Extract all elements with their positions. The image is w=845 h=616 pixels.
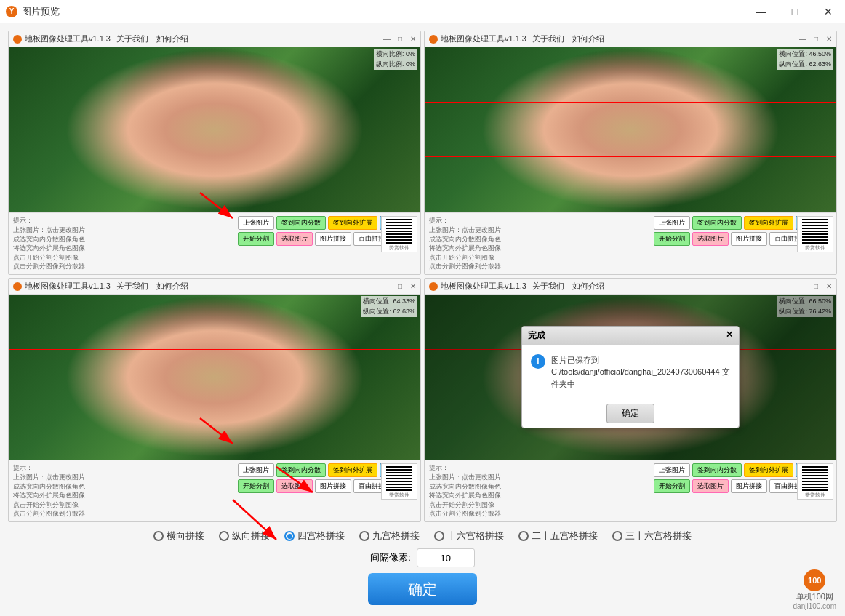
panel-tr-anime-bg	[425, 47, 836, 212]
panel-tl-stats: 横向比例: 0% 纵向比例: 0%	[374, 49, 417, 70]
panel-tr-qr-img	[802, 217, 828, 244]
panel-bl-qr: 赞赏软件	[381, 463, 417, 500]
title-bar: Y 图片预览 — □ ✕	[0, 0, 845, 23]
window-controls: — □ ✕	[745, 0, 845, 23]
panel-bl-btn-expand[interactable]: 签到向外扩展	[328, 463, 377, 477]
panel-br-maximize[interactable]: □	[810, 280, 822, 292]
panel-tl-v-stat: 纵向比例: 0%	[376, 60, 415, 70]
spacing-input[interactable]	[417, 548, 475, 567]
radio-25grid[interactable]: 二十五宫格拼接	[518, 529, 598, 543]
panel-tl-maximize[interactable]: □	[394, 33, 406, 44]
logo-url: danji100.com	[793, 602, 836, 610]
panel-bl-h-stat: 横向位置: 64.33%	[363, 297, 415, 307]
radio-36grid-circle	[612, 531, 622, 541]
panel-tr-close[interactable]: ✕	[823, 33, 835, 44]
maximize-button[interactable]: □	[778, 0, 812, 23]
panel-bl-bottom: 提示：上张图片：点击更改图片成选宽向内分散图像角色将选宽向外扩展角色图像点击开始…	[9, 460, 420, 521]
panel-bl-minimize[interactable]: —	[381, 280, 393, 292]
panel-br-icon	[429, 282, 438, 291]
radio-vertical[interactable]: 纵向拼接	[219, 529, 270, 543]
panel-tr-btn-expand[interactable]: 签到向外扩展	[744, 216, 793, 230]
dialog-ok-button[interactable]: 确定	[606, 404, 654, 423]
panel-tl-btn-prev[interactable]: 上张图片	[238, 216, 274, 230]
panel-tl-close[interactable]: ✕	[407, 33, 419, 44]
panel-br-titlebar: 地板图像处理工具v1.1.3 关于我们 如何介绍 — □ ✕	[425, 279, 836, 295]
panel-br-btn-expand[interactable]: 签到向外扩展	[744, 463, 793, 477]
logo-circle: 100	[804, 569, 825, 591]
panel-tl-btn-stitch[interactable]: 图片拼接	[315, 232, 351, 246]
panel-bl-v-stat: 纵向位置: 62.63%	[363, 307, 415, 317]
panel-bl-btn-select[interactable]: 选取图片	[276, 479, 313, 493]
panel-tr-btn-prev[interactable]: 上张图片	[654, 216, 690, 230]
panel-br-btn-prev[interactable]: 上张图片	[654, 463, 690, 477]
radio-9grid-label: 九宫格拼接	[372, 529, 420, 543]
panel-bl-stats: 横向位置: 64.33% 纵向位置: 62.63%	[361, 296, 417, 317]
panel-tl-qr-label: 赞赏软件	[389, 244, 409, 252]
panel-tr-maximize[interactable]: □	[810, 33, 822, 44]
app-icon: Y	[6, 6, 17, 17]
panel-bottom-left: 地板图像处理工具v1.1.3 关于我们 如何介绍 — □ ✕	[8, 278, 421, 522]
panel-tl-h-stat: 横向比例: 0%	[376, 49, 415, 60]
panel-tr-btn-stitch[interactable]: 图片拼接	[731, 232, 767, 246]
radio-9grid[interactable]: 九宫格拼接	[359, 529, 420, 543]
panel-bl-btn-scatter[interactable]: 签到向内分散	[276, 463, 326, 477]
panel-tl-minimize[interactable]: —	[381, 33, 393, 44]
dialog-overlay: 完成 ✕ i 图片已保存到 C:/tools/danji/official/da…	[425, 295, 836, 460]
panel-tl-controls: — □ ✕	[381, 33, 419, 44]
logo-badge: 100	[804, 569, 825, 591]
dialog-footer: 确定	[522, 399, 739, 428]
panel-tl-btn-scatter[interactable]: 签到向内分散	[276, 216, 326, 230]
panel-bl-btn-start[interactable]: 开始分割	[238, 479, 274, 493]
radio-16grid[interactable]: 十六宫格拼接	[434, 529, 504, 543]
radio-4grid[interactable]: 四宫格拼接	[284, 529, 345, 543]
panel-tl-anime-bg	[9, 47, 420, 212]
dialog-message: 图片已保存到 C:/tools/danji/official/danghai_2…	[551, 354, 730, 391]
panel-br-btn-select[interactable]: 选取图片	[692, 479, 729, 493]
panel-br-menu[interactable]: 关于我们 如何介绍	[532, 281, 604, 292]
panel-br-close[interactable]: ✕	[823, 280, 835, 292]
panel-bl-btn-stitch[interactable]: 图片拼接	[315, 479, 351, 493]
logo-area: 100 单机100网 danji100.com	[793, 569, 836, 610]
panel-tl-btn-expand[interactable]: 签到向外扩展	[328, 216, 377, 230]
radio-horizontal[interactable]: 横向拼接	[153, 529, 204, 543]
panel-tl-menu[interactable]: 关于我们 如何介绍	[116, 33, 188, 44]
panel-br-minimize[interactable]: —	[797, 280, 809, 292]
confirm-button[interactable]: 确定	[368, 573, 477, 605]
panel-bl-btn-prev[interactable]: 上张图片	[238, 463, 274, 477]
panel-tl-btn-select[interactable]: 选取图片	[276, 232, 313, 246]
panel-br-image: 横向位置: 66.50% 纵向位置: 76.42% 完成 ✕ i 图片已保存到 …	[425, 295, 836, 460]
panel-tl-qr-img	[386, 217, 412, 244]
logo-text: 单机100网	[796, 591, 833, 602]
panel-bl-qr-label: 赞赏软件	[389, 492, 409, 499]
radio-vertical-label: 纵向拼接	[232, 529, 270, 543]
panel-tl-hints: 提示：上张图片：点击更改图片成选宽向内分散图像角色将选宽向外扩展角色图像点击开始…	[13, 216, 233, 271]
panel-bl-close[interactable]: ✕	[407, 280, 419, 292]
panel-tl-title: 地板图像处理工具v1.1.3	[25, 33, 111, 44]
panel-tr-btn-start[interactable]: 开始分割	[654, 232, 690, 246]
panel-tr-v-stat: 纵向位置: 62.63%	[779, 60, 831, 70]
radio-36grid[interactable]: 三十六宫格拼接	[612, 529, 692, 543]
panel-tr-menu[interactable]: 关于我们 如何介绍	[532, 33, 604, 44]
panel-tr-controls: — □ ✕	[797, 33, 835, 44]
dialog-title: 完成	[528, 329, 545, 342]
panel-tl-btn-start[interactable]: 开始分割	[238, 232, 274, 246]
panel-bl-qr-img	[386, 465, 412, 491]
panel-bl-menu[interactable]: 关于我们 如何介绍	[116, 281, 188, 292]
panel-br-btn-stitch[interactable]: 图片拼接	[731, 479, 767, 493]
panel-br-btn-start[interactable]: 开始分割	[654, 479, 690, 493]
panel-bl-title: 地板图像处理工具v1.1.3	[25, 281, 111, 292]
panel-bl-maximize[interactable]: □	[394, 280, 406, 292]
close-button[interactable]: ✕	[812, 0, 845, 23]
panel-tl-qr: 赞赏软件	[381, 216, 417, 252]
panel-br-btn-scatter[interactable]: 签到向内分散	[692, 463, 742, 477]
bottom-controls: 横向拼接 纵向拼接 四宫格拼接 九宫格拼接 十六宫格拼接 二十五宫格拼接	[8, 522, 837, 609]
radio-4grid-label: 四宫格拼接	[297, 529, 345, 543]
panel-tr-bottom: 提示：上张图片：点击更改图片成选宽向内分散图像角色将选宽向外扩展角色图像点击开始…	[425, 212, 836, 274]
panel-tr-btn-select[interactable]: 选取图片	[692, 232, 729, 246]
dialog-close-icon[interactable]: ✕	[726, 329, 733, 342]
minimize-button[interactable]: —	[745, 0, 778, 23]
panel-tr-btn-scatter[interactable]: 签到向内分散	[692, 216, 742, 230]
dialog-titlebar: 完成 ✕	[522, 327, 739, 345]
radio-horizontal-label: 横向拼接	[167, 529, 204, 543]
panel-tr-minimize[interactable]: —	[797, 33, 809, 44]
